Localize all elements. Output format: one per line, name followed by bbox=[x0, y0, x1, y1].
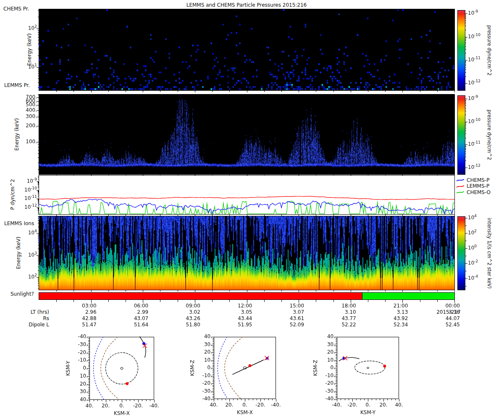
orbit-xaxis-title: KSM-Y bbox=[355, 410, 381, 415]
lt-value: 3.10 bbox=[327, 310, 356, 315]
orbit-ytick-label: 40. bbox=[194, 334, 212, 339]
colorbar-title-intensity: intensity 1/(s cm^2 ster keV) bbox=[486, 218, 492, 289]
time-tick-label: 18:00 bbox=[327, 303, 356, 309]
pressure-ytick-label: 10-12 bbox=[18, 204, 37, 210]
orbit-ytick-label: -30. bbox=[317, 388, 335, 394]
colorbar-title-pressure-2: pressure dyne/cm^2 bbox=[486, 110, 492, 160]
colorbar-tick-label: 10-9 bbox=[468, 10, 478, 16]
time-tick-label: 03:00 bbox=[67, 303, 97, 309]
row-label-rs: Rs bbox=[11, 316, 49, 321]
sunlight-bar bbox=[39, 292, 455, 300]
colorbar-ticks bbox=[465, 99, 467, 168]
dipole-l-value: 52.22 bbox=[327, 322, 356, 328]
rs-value: 42.88 bbox=[67, 316, 97, 321]
lemms-ytick-label: 300. bbox=[18, 114, 37, 119]
orbit-ytick-label: -20. bbox=[69, 350, 88, 355]
y-axis-title-pressure-lines: P dyn/cm^2 bbox=[10, 179, 16, 210]
orbit-xtick-label: -40. bbox=[328, 402, 345, 408]
pressure-ytick-label: 10-10 bbox=[18, 186, 37, 193]
orbit-ytick-label: -10. bbox=[317, 373, 335, 378]
orbit-xaxis-title: KSM-X bbox=[109, 411, 134, 416]
bow-shock-curve bbox=[218, 337, 228, 399]
orbit-ytick-label: 30. bbox=[69, 389, 88, 394]
orbit-ytick-label: 10. bbox=[194, 357, 212, 363]
spacecraft-trajectory bbox=[339, 357, 360, 361]
orbit-xtick-label: -20. bbox=[344, 402, 361, 408]
time-tick-label: 00:00 bbox=[430, 303, 460, 309]
chems-p-line-swatch bbox=[456, 178, 465, 182]
orbit-yaxis-title: KSM-Z bbox=[190, 360, 195, 376]
lt-value: 3.16 bbox=[430, 310, 460, 315]
time-tick-label: 21:00 bbox=[378, 303, 408, 309]
dipole-l-value: 52.34 bbox=[378, 322, 408, 328]
panel-label-lemms-pr: LEMMS Pr. bbox=[4, 83, 30, 88]
orbit-xtick-label: -20. bbox=[252, 402, 269, 408]
rs-value: 43.07 bbox=[119, 316, 148, 321]
magnetopause-curve bbox=[101, 337, 119, 400]
colorbar-lemms-pressure bbox=[458, 96, 465, 174]
orbit-ytick-label: 40. bbox=[69, 397, 88, 402]
orbit-ytick-label: 20. bbox=[317, 349, 335, 355]
saturn-marker bbox=[367, 367, 369, 369]
chems-o-line-swatch bbox=[456, 190, 465, 194]
spacecraft-trajectory bbox=[139, 336, 146, 358]
lemms-p-line-swatch bbox=[456, 184, 465, 189]
legend-item-chems-p: CHEMS-P bbox=[456, 177, 491, 184]
orbit-ytick-label: 20. bbox=[194, 349, 212, 355]
orbit-xaxis-title: KSM-X bbox=[232, 410, 257, 415]
orbit-ytick-label: -10. bbox=[194, 373, 212, 378]
cassini-mimi-pressure-plot: LEMMS and CHEMS Particle Pressures 2015:… bbox=[0, 0, 504, 420]
lemms-ytick-label: 100. bbox=[18, 139, 37, 144]
legend-label: CHEMS-P bbox=[467, 178, 490, 183]
legend-item-chems-o: CHEMS-O bbox=[456, 189, 491, 196]
row-label-dipole-l: Dipole L bbox=[11, 322, 49, 328]
orbit-ytick-label: 0. bbox=[317, 365, 335, 370]
legend-item-lemms-p: LEMMS-P bbox=[456, 184, 491, 190]
orbit-xtick-label: -20. bbox=[130, 403, 147, 409]
y-axis-title-chems: Energy (keV) bbox=[27, 33, 32, 66]
orbit-xtick-label: 0. bbox=[113, 403, 130, 409]
colorbar-tick-label: 10-9 bbox=[468, 95, 478, 101]
colorbar-ticks bbox=[465, 14, 467, 84]
orbit-xtick-label: 40. bbox=[391, 402, 407, 408]
ions-ytick-label: 103 bbox=[18, 252, 37, 258]
orbit-ytick-label: 30. bbox=[317, 342, 335, 347]
orbit-xtick-label: 0. bbox=[236, 402, 253, 408]
orbit-xtick-label: -40. bbox=[146, 403, 163, 409]
colorbar-ions-intensity bbox=[458, 217, 465, 290]
time-tick-label: 15:00 bbox=[275, 303, 304, 309]
orbit-edge-on-line bbox=[232, 360, 263, 375]
time-tick-label: 12:00 bbox=[223, 303, 252, 309]
panel-label-chems-pr: CHEMS Pr. bbox=[3, 6, 29, 12]
rs-value: 43.77 bbox=[327, 316, 356, 321]
orbit-ytick-label: -10. bbox=[69, 357, 88, 363]
panel-label-lemms-ions: LEMMS Ions bbox=[4, 221, 34, 226]
dipole-l-value: 52.45 bbox=[430, 322, 460, 328]
colorbar-title-pressure-1: pressure dyne/cm^2 bbox=[486, 25, 492, 76]
rs-value: 43.61 bbox=[275, 316, 304, 321]
orbit-xtick-label: 40. bbox=[81, 403, 98, 409]
lt-value: 2.99 bbox=[119, 310, 148, 315]
colorbar-tick-label: 10-12 bbox=[468, 79, 480, 86]
orbit-ytick-label: 0. bbox=[194, 365, 212, 370]
orbit-ytick-label: 40. bbox=[317, 334, 335, 339]
page-title: LEMMS and CHEMS Particle Pressures 2015:… bbox=[142, 3, 352, 8]
ions-ytick-label: 102 bbox=[18, 273, 37, 280]
orbit-ytick-label: 30. bbox=[194, 342, 212, 347]
time-tick-label: 06:00 bbox=[119, 303, 148, 309]
dipole-l-value: 51.95 bbox=[223, 322, 252, 328]
bow-shock-curve bbox=[94, 337, 104, 400]
colorbar-chems-pressure bbox=[458, 10, 465, 90]
titan-marker bbox=[383, 365, 386, 368]
orbit-xtick-label: -40. bbox=[268, 402, 284, 408]
orbit-ytick-label: 20. bbox=[69, 381, 88, 387]
lemms-pressure-spectrogram bbox=[39, 94, 454, 174]
legend-label: LEMMS-P bbox=[467, 184, 489, 189]
orbit-ytick-label: -30. bbox=[194, 388, 212, 394]
lemms-ytick-label: 200. bbox=[18, 123, 37, 129]
line-legend: CHEMS-P LEMMS-P CHEMS-O bbox=[456, 177, 491, 196]
orbit-ytick-label: -20. bbox=[194, 381, 212, 386]
orbit-xtick-label: 0. bbox=[360, 402, 376, 408]
dipole-l-value: 51.47 bbox=[67, 322, 97, 328]
colorbar-tick-label: 10-10 bbox=[468, 33, 480, 39]
